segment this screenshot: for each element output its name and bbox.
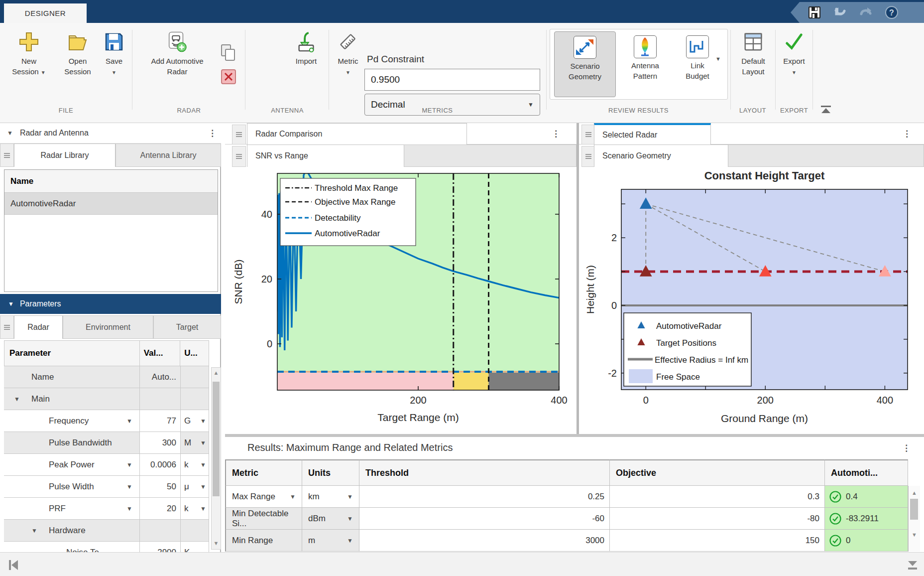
undo-icon[interactable] (832, 6, 847, 19)
metric-button[interactable]: Metric▼ (329, 31, 367, 77)
tab-designer[interactable]: DESIGNER (4, 3, 87, 23)
param-row-name[interactable]: NameAuto... (4, 366, 209, 388)
param-row-main[interactable]: ▼Main (4, 388, 209, 410)
svg-text:AutomotiveRadar: AutomotiveRadar (315, 229, 380, 238)
ribbon: New Session ▼ Open Session Save▼ Add Aut… (0, 23, 924, 123)
open-session-button[interactable]: Open Session (58, 31, 98, 77)
drag-handle[interactable] (0, 144, 14, 167)
results-scrollbar[interactable]: ▲ ▼ (908, 486, 920, 552)
param-row-pulse-bandwidth[interactable]: Pulse Bandwidth300M▼ (4, 432, 209, 454)
tab-selected-radar[interactable]: Selected Radar (594, 123, 711, 144)
export-button[interactable]: Export▼ (776, 31, 812, 77)
panel-menu-icon[interactable]: ⋮ (208, 128, 217, 139)
param-row-prf[interactable]: PRF▼20k▼ (4, 498, 209, 520)
tab-radar-library[interactable]: Radar Library (14, 144, 116, 167)
result-threshold-cell[interactable]: -60 (359, 508, 610, 530)
svg-text:Effective Radius = Inf km: Effective Radius = Inf km (655, 355, 748, 365)
import-button[interactable]: Import (286, 31, 326, 66)
result-auto-cell: -83.2911 (825, 508, 908, 530)
help-icon[interactable]: ? (884, 5, 899, 20)
antenna-pattern-button[interactable]: Antenna Pattern (618, 31, 673, 97)
result-metric-cell[interactable]: Min Detectable Si... (225, 508, 302, 530)
list-item-automotiveradar[interactable]: AutomotiveRadar (4, 193, 218, 215)
svg-text:Objective Max Range: Objective Max Range (315, 197, 396, 207)
result-objective-cell[interactable]: 0.3 (610, 486, 825, 508)
scroll-up-icon[interactable]: ▲ (909, 490, 920, 496)
duplicate-radar-icon[interactable] (220, 43, 237, 64)
selected-radar-panel: Selected Radar ⋮ Scenario Geometry 02004… (579, 123, 924, 437)
automotive-radar-icon (166, 31, 188, 53)
save-icon[interactable] (808, 5, 821, 19)
tab-radar[interactable]: Radar (14, 315, 63, 339)
add-automotive-radar-button[interactable]: Add Automotive Radar (144, 31, 210, 77)
svg-text:2: 2 (611, 232, 617, 243)
drag-handle[interactable] (0, 315, 14, 339)
tab-target[interactable]: Target (153, 315, 221, 339)
param-row-hardware[interactable]: ▼Hardware (4, 520, 209, 542)
drag-handle[interactable] (581, 146, 595, 167)
param-row-pulse-width[interactable]: Pulse Width▼50μ▼ (4, 476, 209, 498)
tab-environment[interactable]: Environment (63, 315, 153, 339)
tab-antenna-library[interactable]: Antenna Library (116, 144, 221, 167)
param-scrollbar[interactable]: ▲ ▼ (211, 367, 221, 550)
scroll-down-icon[interactable]: ▼ (909, 532, 920, 538)
result-units-cell[interactable]: m▼ (302, 530, 359, 552)
collapse-ribbon-icon[interactable] (818, 105, 833, 116)
save-label: Save (106, 57, 122, 65)
result-metric-cell[interactable]: Min Range (225, 530, 302, 552)
collapse-left-icon[interactable] (7, 559, 20, 572)
collapse-parameters-icon[interactable]: ▼ (8, 300, 14, 307)
export-label: Export (783, 57, 805, 65)
pd-constraint-input[interactable]: 0.9500 (364, 69, 540, 91)
svg-text:Height (m): Height (m) (584, 265, 596, 314)
save-button[interactable]: Save▼ (98, 31, 130, 77)
result-threshold-cell[interactable]: 0.25 (359, 486, 610, 508)
panel-menu-icon[interactable]: ⋮ (903, 129, 911, 139)
svg-text:40: 40 (261, 209, 272, 220)
group-label-layout: LAYOUT (731, 107, 774, 114)
default-layout-button[interactable]: Default Layout (733, 31, 774, 77)
svg-text:Target Positions: Target Positions (656, 338, 716, 348)
result-threshold-cell[interactable]: 3000 (359, 530, 610, 552)
panel-menu-icon[interactable]: ⋮ (552, 129, 560, 139)
results-menu-icon[interactable]: ⋮ (902, 443, 911, 453)
scroll-down-icon[interactable]: ▼ (212, 540, 221, 546)
import-icon (295, 31, 317, 53)
drag-handle[interactable] (232, 125, 246, 144)
quick-access-toolbar: ? (791, 2, 924, 23)
column-header-units: Units (302, 459, 359, 486)
default-layout-label: Default Layout (741, 56, 765, 77)
new-session-button[interactable]: New Session ▼ (9, 31, 49, 77)
param-row-frequency[interactable]: Frequency▼77G▼ (4, 410, 209, 432)
link-budget-button[interactable]: Link Budget (675, 31, 720, 97)
drag-handle[interactable] (232, 146, 246, 167)
antenna-pattern-icon (634, 35, 657, 58)
scenario-geometry-button[interactable]: Scenario Geometry (554, 31, 616, 97)
param-row-peak-power[interactable]: Peak Power▼0.0006k▼ (4, 454, 209, 476)
result-objective-cell[interactable]: 150 (610, 530, 825, 552)
radar-comparison-panel: Radar Comparison ⋮ SNR vs Range 20040002… (225, 123, 577, 437)
new-session-icon (18, 31, 40, 53)
delete-radar-icon[interactable] (221, 69, 236, 85)
parameters-title: Parameters (20, 299, 61, 308)
result-objective-cell[interactable]: -80 (610, 508, 825, 530)
redo-icon[interactable] (858, 6, 873, 19)
collapse-panel-icon[interactable]: ▼ (7, 130, 13, 137)
parameters-header[interactable]: ▼ Parameters ⋮ (0, 294, 221, 314)
group-label-review: REVIEW RESULTS (548, 107, 729, 114)
default-layout-icon (742, 31, 764, 53)
result-units-cell[interactable]: km▼ (302, 486, 359, 508)
tab-scenario-geometry[interactable]: Scenario Geometry (594, 144, 728, 167)
scroll-up-icon[interactable]: ▲ (212, 370, 221, 376)
svg-text:?: ? (889, 8, 894, 17)
collapse-bottom-icon[interactable] (906, 559, 919, 572)
title-bar: DESIGNER ? (0, 0, 924, 23)
pd-constraint-label: Pd Constraint (367, 54, 424, 65)
tab-radar-comparison[interactable]: Radar Comparison (247, 123, 467, 144)
result-metric-cell[interactable]: Max Range▼ (225, 486, 302, 508)
svg-text:Ground Range (m): Ground Range (m) (721, 413, 808, 424)
tab-snr-vs-range[interactable]: SNR vs Range (247, 144, 404, 167)
drag-handle[interactable] (581, 125, 595, 144)
gallery-dropdown-icon[interactable]: ▼ (715, 56, 721, 62)
result-units-cell[interactable]: dBm▼ (302, 508, 359, 530)
